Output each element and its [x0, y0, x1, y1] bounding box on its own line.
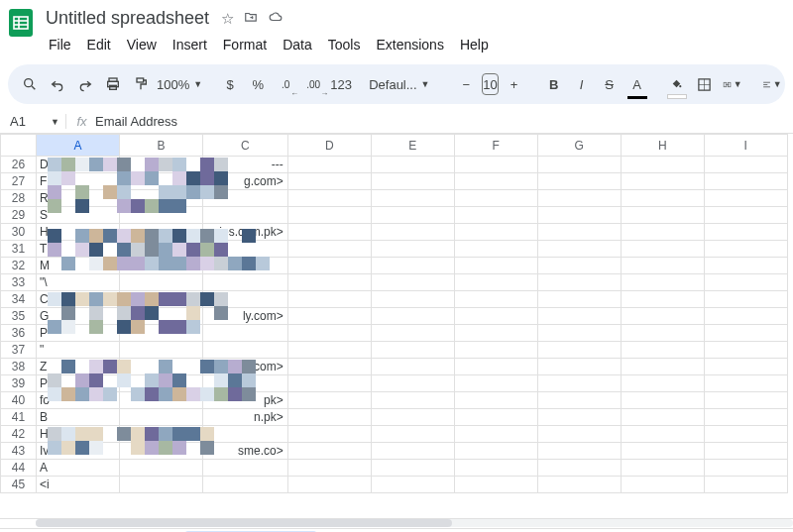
cell[interactable]: M	[37, 258, 120, 274]
number-format-button[interactable]: 123	[329, 71, 353, 97]
cell[interactable]	[704, 477, 787, 493]
menu-insert[interactable]: Insert	[166, 33, 214, 56]
merge-cells-button[interactable]: ▼	[721, 71, 744, 97]
cell[interactable]	[371, 173, 454, 190]
cell[interactable]	[371, 207, 454, 224]
cell[interactable]: ly.com>	[203, 308, 288, 325]
column-header-G[interactable]: G	[537, 135, 621, 157]
cell[interactable]	[537, 258, 621, 274]
horizontal-scrollbar[interactable]	[0, 518, 793, 528]
cell[interactable]	[621, 342, 704, 359]
cell[interactable]	[454, 157, 537, 173]
cell[interactable]	[287, 207, 371, 224]
cell[interactable]	[454, 207, 537, 224]
cell[interactable]	[203, 207, 288, 224]
cell[interactable]	[621, 274, 704, 291]
cell[interactable]	[203, 190, 288, 207]
cell[interactable]: sme.co>	[203, 443, 288, 460]
redo-button[interactable]	[73, 71, 97, 97]
currency-button[interactable]: $	[218, 71, 242, 97]
cell[interactable]	[287, 325, 371, 342]
row-header[interactable]: 27	[1, 173, 37, 190]
cell[interactable]	[454, 224, 537, 241]
cell[interactable]	[203, 291, 288, 308]
cell[interactable]	[287, 342, 371, 359]
cell[interactable]	[454, 409, 537, 426]
cell[interactable]	[120, 477, 203, 493]
cell[interactable]	[287, 258, 371, 274]
formula-input[interactable]: Email Address	[89, 114, 177, 129]
cell[interactable]	[120, 241, 203, 258]
cell[interactable]	[537, 443, 621, 460]
cell[interactable]	[454, 426, 537, 443]
cell[interactable]	[287, 190, 371, 207]
cell[interactable]	[120, 224, 203, 241]
row-header[interactable]: 31	[1, 241, 37, 258]
cell[interactable]: F	[37, 173, 120, 190]
row-header[interactable]: 29	[1, 207, 37, 224]
cell[interactable]	[621, 157, 704, 173]
cell[interactable]	[203, 325, 288, 342]
increase-font-size-button[interactable]: +	[503, 71, 526, 97]
cell[interactable]	[537, 274, 621, 291]
decrease-font-size-button[interactable]: −	[454, 71, 478, 97]
cell[interactable]	[371, 325, 454, 342]
cell[interactable]	[203, 460, 288, 477]
cell[interactable]	[621, 477, 704, 493]
sheets-logo[interactable]	[8, 6, 34, 40]
cell[interactable]	[120, 207, 203, 224]
row-header[interactable]: 45	[1, 477, 37, 493]
cell[interactable]: G	[37, 308, 120, 325]
cell[interactable]	[287, 157, 371, 173]
cell[interactable]	[454, 342, 537, 359]
cell[interactable]	[120, 274, 203, 291]
cell[interactable]	[203, 258, 288, 274]
cell[interactable]	[454, 190, 537, 207]
cell[interactable]	[120, 392, 203, 409]
cell[interactable]	[621, 308, 704, 325]
row-header[interactable]: 35	[1, 308, 37, 325]
cell[interactable]	[371, 460, 454, 477]
cell[interactable]	[537, 207, 621, 224]
menu-extensions[interactable]: Extensions	[369, 33, 450, 56]
column-header-A[interactable]: A	[37, 135, 120, 157]
cell[interactable]	[704, 173, 787, 190]
cell[interactable]	[120, 308, 203, 325]
font-size-input[interactable]: 10	[482, 73, 498, 95]
cell[interactable]	[287, 460, 371, 477]
cell[interactable]	[704, 325, 787, 342]
cell[interactable]	[537, 342, 621, 359]
cell[interactable]	[537, 308, 621, 325]
cell[interactable]	[120, 157, 203, 173]
cell[interactable]	[621, 426, 704, 443]
menu-edit[interactable]: Edit	[80, 33, 118, 56]
name-box[interactable]: A1▼	[0, 114, 65, 129]
cell[interactable]	[371, 190, 454, 207]
cell[interactable]	[537, 291, 621, 308]
cell[interactable]	[704, 190, 787, 207]
column-header-B[interactable]: B	[120, 135, 203, 157]
cell[interactable]: Iv	[37, 443, 120, 460]
cell[interactable]: H	[37, 224, 120, 241]
cell[interactable]	[621, 460, 704, 477]
cell[interactable]	[621, 392, 704, 409]
row-header[interactable]: 42	[1, 426, 37, 443]
cell[interactable]	[454, 258, 537, 274]
cell[interactable]	[203, 274, 288, 291]
cell[interactable]	[537, 173, 621, 190]
cell[interactable]	[120, 258, 203, 274]
percent-button[interactable]: %	[246, 71, 270, 97]
cell[interactable]	[371, 477, 454, 493]
cell[interactable]	[287, 274, 371, 291]
cell[interactable]: H	[37, 426, 120, 443]
fill-color-button[interactable]	[665, 71, 689, 97]
cell[interactable]	[120, 375, 203, 392]
cell[interactable]: ppies.com.pk>	[203, 224, 288, 241]
cell[interactable]	[704, 359, 787, 375]
strikethrough-button[interactable]: S	[598, 71, 622, 97]
row-header[interactable]: 43	[1, 443, 37, 460]
cell[interactable]	[454, 241, 537, 258]
cell[interactable]: A	[37, 460, 120, 477]
cell[interactable]	[287, 409, 371, 426]
cell[interactable]: P	[37, 375, 120, 392]
